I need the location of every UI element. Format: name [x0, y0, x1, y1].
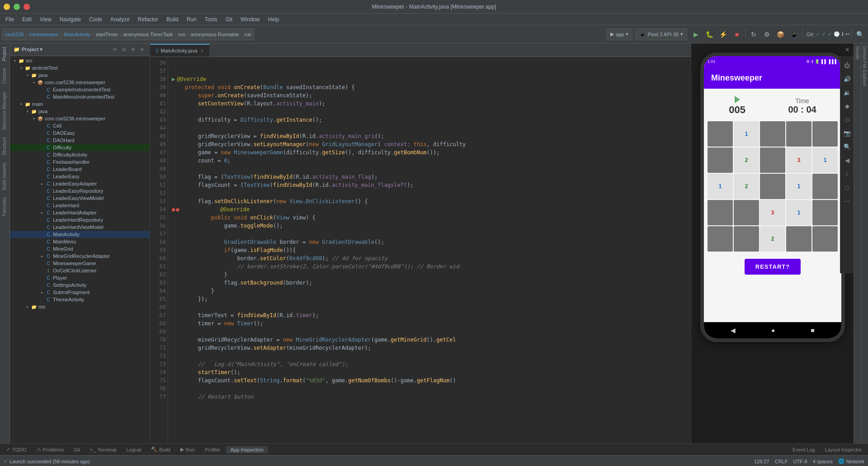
gradle-label[interactable]: Gradle — [854, 43, 861, 62]
code-container[interactable]: 36 37 38 39 40 41 42 43 44 45 46 47 48 4… — [150, 57, 691, 443]
tree-item-settings[interactable]: ▸ C SettingsActivity — [10, 281, 150, 289]
tree-item-java2[interactable]: ▾ 📁 java — [10, 108, 150, 115]
menu-window[interactable]: Window — [237, 15, 264, 24]
phone-cell[interactable] — [708, 121, 733, 147]
tab-layout-inspector[interactable]: Layout Inspector — [821, 446, 866, 453]
tree-item-minegrid-adapter[interactable]: ▸ C MineGridRecyclerAdapter — [10, 252, 150, 260]
phone-cell[interactable] — [708, 147, 733, 173]
breadcrumb-class[interactable]: MainActivity — [64, 32, 90, 37]
menu-tools[interactable]: Tools — [201, 15, 221, 24]
tab-terminal[interactable]: >_ Terminal — [85, 446, 121, 453]
back-icon[interactable]: ◀ — [842, 155, 853, 166]
phone-cell[interactable]: 3 — [786, 147, 811, 173]
breadcrumb-run2[interactable]: run — [244, 32, 251, 37]
tree-item-leaderhard-vm[interactable]: ▸ C LeaderHardViewModel — [10, 223, 150, 231]
tree-item-leadereasy-vm[interactable]: ▸ C LeaderEasyViewModel — [10, 195, 150, 202]
tab-logcat[interactable]: Logcat — [122, 446, 146, 453]
phone-cell[interactable] — [760, 121, 785, 147]
tree-item-leaderboard[interactable]: ▸ C LeaderBoard — [10, 166, 150, 173]
breadcrumb-anon1[interactable]: anonymous TimerTask — [123, 32, 173, 37]
tree-item-example[interactable]: ▸ C ExampleInstrumentedTest — [10, 86, 150, 93]
tree-item-src[interactable]: ▾ 📁 src — [10, 57, 150, 64]
tree-item-pkg2[interactable]: ▾ 📦 com.cse5236.minesweeper — [10, 115, 150, 122]
tree-item-minesweepergame[interactable]: ▸ C MinesweeperGame — [10, 260, 150, 267]
nav-recent-button[interactable]: ■ — [811, 327, 814, 334]
code-editor[interactable]: ▶@Override protected void onCreate(Bundl… — [168, 57, 691, 443]
breadcrumb[interactable]: cse5236 › minesweeper › MainActivity › s… — [2, 29, 255, 40]
phone-cell[interactable] — [812, 174, 838, 199]
indent[interactable]: 4 spaces — [813, 459, 833, 464]
phone-cell[interactable] — [812, 226, 838, 252]
phone-cell[interactable]: 1 — [812, 147, 838, 173]
phone-cell[interactable] — [760, 174, 785, 199]
tab-run[interactable]: ▶ Run — [176, 446, 199, 453]
left-tab-build[interactable]: Build Variants — [0, 159, 9, 194]
tree-item-leaderhard[interactable]: ▸ C LeaderHard — [10, 202, 150, 209]
power-icon[interactable]: ⏻ — [842, 60, 853, 71]
tab-profiler[interactable]: Profiler — [200, 446, 225, 453]
menu-navigate[interactable]: Navigate — [56, 15, 85, 24]
search-everywhere-button[interactable]: 🔍 — [854, 28, 866, 41]
left-tab-structure[interactable]: Structure — [0, 133, 9, 159]
phone-cell[interactable] — [734, 200, 759, 225]
camera-icon[interactable]: 📷 — [842, 128, 853, 138]
tree-item-res[interactable]: ▸ 📁 res — [10, 303, 150, 310]
avd-manager-button[interactable]: 📱 — [788, 28, 801, 41]
tree-item-java1[interactable]: ▾ 📁 java — [10, 71, 150, 79]
square-icon[interactable]: □ — [842, 182, 853, 193]
phone-cell[interactable]: 3 — [760, 200, 785, 225]
phone-panel-close-button[interactable]: ✕ — [843, 45, 852, 54]
phone-cell[interactable] — [760, 147, 785, 173]
phone-cell[interactable] — [708, 226, 733, 252]
tab-app-inspection[interactable]: App Inspection — [226, 446, 268, 453]
tree-item-daoeasy[interactable]: ▸ C DAOEasy — [10, 129, 150, 137]
menu-run[interactable]: Run — [183, 15, 200, 24]
maximize-button[interactable] — [14, 4, 20, 10]
tree-item-firebase[interactable]: ▸ C FirebaseHandler — [10, 158, 150, 166]
minimize-button[interactable] — [4, 4, 10, 10]
tree-item-theme[interactable]: ▸ C ThemeActivity — [10, 296, 150, 303]
phone-cell[interactable] — [786, 121, 811, 147]
left-tab-project[interactable]: Project — [0, 43, 9, 65]
menu-view[interactable]: View — [36, 15, 55, 24]
sdk-manager-button[interactable]: 📦 — [774, 28, 787, 41]
run-button[interactable]: ▶ — [690, 28, 703, 41]
breadcrumb-module[interactable]: minesweeper — [29, 32, 58, 37]
phone-cell[interactable]: 1 — [786, 200, 811, 225]
bookmark-icon[interactable]: ◆ — [842, 100, 853, 111]
left-tab-commit[interactable]: Commit — [0, 65, 9, 87]
more-icon[interactable]: ⋯ — [842, 195, 853, 206]
tree-item-androidtest[interactable]: ▾ 📁 androidTest — [10, 64, 150, 71]
phone-cell[interactable] — [708, 200, 733, 225]
tree-item-oncell[interactable]: ▸ I OnCellClickListener — [10, 267, 150, 274]
menu-build[interactable]: Build — [163, 15, 182, 24]
tree-item-submit[interactable]: ▸ C SubmitFragment — [10, 289, 150, 296]
tree-item-cell[interactable]: ▸ C Cell — [10, 122, 150, 129]
left-tab-favorites[interactable]: Favorites — [0, 194, 9, 219]
phone-cell[interactable]: 2 — [734, 174, 759, 199]
phone-cell[interactable]: 2 — [760, 226, 785, 252]
tree-item-leadereasy[interactable]: ▸ C LeaderEasy — [10, 173, 150, 180]
encoding[interactable]: UTF-8 — [793, 459, 807, 464]
menu-code[interactable]: Code — [85, 15, 106, 24]
breadcrumb-project[interactable]: cse5236 — [5, 32, 24, 37]
breadcrumb-run1[interactable]: run — [178, 32, 185, 37]
tree-item-difficulty[interactable]: ▸ C Difficulty — [10, 144, 150, 151]
app-selector[interactable]: ▶ app ▾ — [606, 29, 632, 40]
menu-help[interactable]: Help — [264, 15, 283, 24]
cursor-position[interactable]: 128:27 — [754, 459, 769, 464]
menu-git[interactable]: Git — [222, 15, 236, 24]
tab-build[interactable]: 🔨 Build — [146, 446, 175, 453]
tree-item-daohard[interactable]: ▸ C DAOHard — [10, 137, 150, 144]
close-button[interactable] — [24, 4, 30, 10]
launch-status[interactable]: ✓ Launch succeeded (58 minutes ago) — [4, 458, 90, 464]
phone-cell[interactable] — [812, 200, 838, 225]
zoom-in-icon[interactable]: 🔍 — [842, 141, 853, 152]
nav-back-button[interactable]: ◀ — [731, 327, 736, 334]
device-file-explorer-label[interactable]: Device File Explorer — [861, 43, 868, 89]
tree-item-leadereasy-adapter[interactable]: ▸ C LeaderEasyAdapter — [10, 180, 150, 187]
tree-item-mainmenu[interactable]: ▸ C MainMenu — [10, 238, 150, 245]
left-tab-resource[interactable]: Resource Manager — [0, 88, 9, 133]
volume-down-icon[interactable]: 🔉 — [842, 87, 853, 98]
tree-item-leaderhard-repo[interactable]: ▸ C LeaderHardRepository — [10, 216, 150, 223]
